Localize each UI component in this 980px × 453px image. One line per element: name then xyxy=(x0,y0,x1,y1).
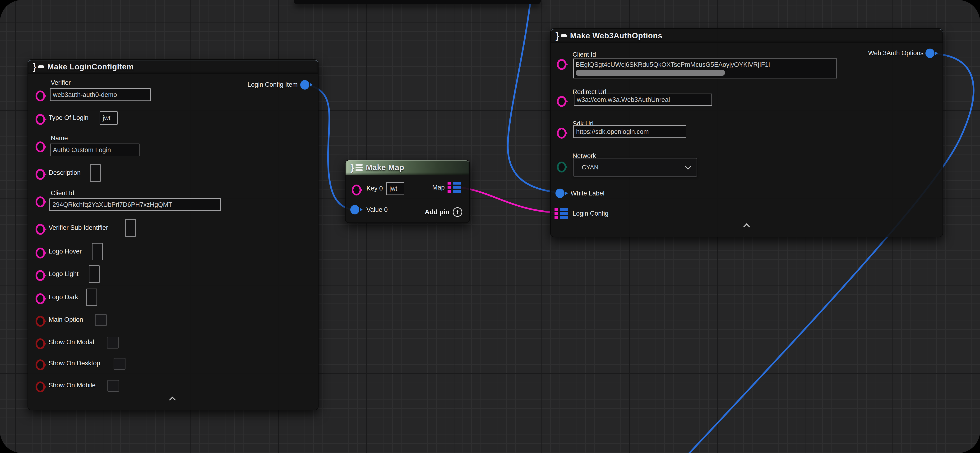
node-header[interactable]: } Make Web3AuthOptions xyxy=(551,29,942,43)
graph-canvas[interactable]: } Make LoginConfigItem Login Config Item… xyxy=(0,0,980,453)
input-pin-network[interactable] xyxy=(557,162,566,173)
main-option-checkbox[interactable] xyxy=(95,314,107,326)
pin-label-name: Name xyxy=(51,135,68,142)
node-title: Make Map xyxy=(366,163,404,172)
logo-hover-field[interactable] xyxy=(92,243,103,260)
pin-label-type-of-login: Type Of Login xyxy=(49,114,89,122)
node-header[interactable]: } Make Map xyxy=(345,160,469,174)
input-pin-verifier[interactable] xyxy=(36,90,45,101)
input-pin-verifier-sub-identifier[interactable] xyxy=(36,224,45,235)
collapse-node-button[interactable] xyxy=(165,396,180,405)
client-id-scrollbar[interactable] xyxy=(576,70,725,76)
pin-label-map: Map xyxy=(432,184,445,191)
offscreen-node-edge[interactable] xyxy=(294,0,541,4)
pin-label-show-on-desktop: Show On Desktop xyxy=(49,360,100,367)
pin-label-verifier: Verifier xyxy=(51,79,71,87)
input-pin-main-option[interactable] xyxy=(36,316,45,327)
input-pin-name[interactable] xyxy=(36,141,45,152)
node-title: Make LoginConfigItem xyxy=(48,62,134,71)
show-on-mobile-checkbox[interactable] xyxy=(107,380,119,392)
make-struct-icon: } xyxy=(33,62,44,71)
pin-label-show-on-mobile: Show On Mobile xyxy=(49,382,95,389)
pin-label-client-id: Client Id xyxy=(573,51,596,58)
pin-label-logo-light: Logo Light xyxy=(49,270,78,278)
input-pin-client-id[interactable] xyxy=(557,59,566,70)
description-field[interactable] xyxy=(90,164,101,182)
show-on-desktop-checkbox[interactable] xyxy=(114,358,126,370)
pin-label-description: Description xyxy=(49,169,81,176)
pin-label-show-on-modal: Show On Modal xyxy=(49,339,94,346)
verifier-field[interactable]: web3auth-auth0-demo xyxy=(50,89,151,101)
redirect-url-field[interactable]: w3a://com.w3a.Web3AuthUnreal xyxy=(574,93,712,106)
pin-label-logo-dark: Logo Dark xyxy=(49,293,78,301)
input-pin-logo-hover[interactable] xyxy=(36,247,45,258)
logo-light-field[interactable] xyxy=(89,265,100,283)
client-id-field[interactable]: BEglQSgt4cUWcj6SKRdu5QkOXTsePmMcusG5EAoy… xyxy=(573,59,837,78)
input-pin-show-on-modal[interactable] xyxy=(36,338,45,349)
input-pin-description[interactable] xyxy=(36,169,45,180)
input-pin-key0[interactable] xyxy=(352,185,361,195)
wire-map-to-loginconfig[interactable] xyxy=(461,188,557,213)
node-title: Make Web3AuthOptions xyxy=(570,31,662,40)
pin-label-login-config: Login Config xyxy=(573,210,609,217)
pin-label-logo-hover: Logo Hover xyxy=(49,248,82,255)
chevron-up-icon xyxy=(743,223,750,230)
pin-label-value0: Value 0 xyxy=(366,206,388,214)
chevron-down-icon xyxy=(685,163,691,169)
collapse-node-button[interactable] xyxy=(740,222,754,232)
pin-label-web3auth-options: Web 3Auth Options xyxy=(868,49,924,57)
network-dropdown[interactable]: CYAN xyxy=(573,158,697,177)
network-selected-value: CYAN xyxy=(582,164,598,171)
input-pin-redirect-url[interactable] xyxy=(557,96,566,107)
pin-label-client-id: Client Id xyxy=(51,190,74,197)
logo-dark-field[interactable] xyxy=(86,288,97,306)
show-on-modal-checkbox[interactable] xyxy=(107,337,119,348)
pin-label-white-label: White Label xyxy=(571,190,605,197)
input-pin-client-id[interactable] xyxy=(36,196,45,207)
input-pin-value0[interactable] xyxy=(350,205,359,214)
type-of-login-field[interactable]: jwt xyxy=(100,111,118,125)
chevron-up-icon xyxy=(169,397,176,403)
input-pin-login-config[interactable] xyxy=(555,208,568,219)
pin-label-key0: Key 0 xyxy=(366,185,383,192)
blueprint-editor: { "colors": { "wire_blue": "#2a6fdd", "w… xyxy=(0,0,980,453)
input-pin-logo-dark[interactable] xyxy=(36,293,45,304)
pin-label-verifier-sub-identifier: Verifier Sub Identifier xyxy=(49,224,108,231)
input-pin-white-label[interactable] xyxy=(555,188,565,198)
output-pin-map[interactable] xyxy=(447,182,461,193)
input-pin-show-on-desktop[interactable] xyxy=(36,360,45,370)
make-struct-icon: } xyxy=(555,31,567,41)
key0-field[interactable]: jwt xyxy=(387,182,404,195)
input-pin-sdk-url[interactable] xyxy=(557,128,566,139)
output-pin-web3auth-options[interactable] xyxy=(926,49,934,58)
output-pin-login-config-item[interactable] xyxy=(300,80,309,90)
make-map-icon: } xyxy=(350,163,363,172)
input-pin-type-of-login[interactable] xyxy=(36,114,45,125)
name-field[interactable]: Auth0 Custom Login xyxy=(50,144,140,156)
pin-label-login-config-item: Login Config Item xyxy=(247,81,298,89)
node-make-loginconfigitem[interactable]: } Make LoginConfigItem Login Config Item… xyxy=(27,59,318,410)
node-header[interactable]: } Make LoginConfigItem xyxy=(28,60,318,74)
add-pin-icon: + xyxy=(453,207,462,217)
pin-label-main-option: Main Option xyxy=(49,316,83,323)
client-id-field[interactable]: 294QRkchfq2YaXUbPri7D6PH7xzHgQMT xyxy=(49,198,221,211)
node-make-web3authoptions[interactable]: } Make Web3AuthOptions Web 3Auth Options… xyxy=(550,28,943,237)
verifier-sub-identifier-field[interactable] xyxy=(125,219,136,237)
sdk-url-field[interactable]: https://sdk.openlogin.com xyxy=(573,125,686,138)
input-pin-show-on-mobile[interactable] xyxy=(36,382,45,392)
add-pin-button[interactable]: Add pin+ xyxy=(425,207,462,217)
node-make-map[interactable]: } Make Map Key 0 jwt Map Value 0 Add pin… xyxy=(345,160,470,223)
input-pin-logo-light[interactable] xyxy=(36,270,45,281)
